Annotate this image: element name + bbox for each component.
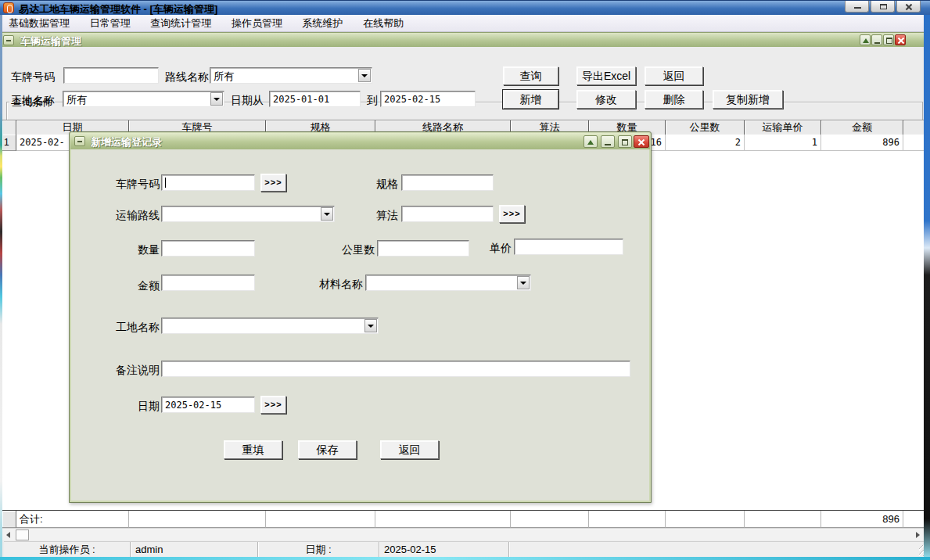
dialog-site-dropdown-button[interactable] xyxy=(364,319,377,332)
dialog-maximize-button[interactable] xyxy=(618,135,632,148)
titlebar[interactable]: 易达工地车辆运输管理软件 - [车辆运输管理] xyxy=(0,0,930,15)
dialog-note-label: 备注说明 xyxy=(89,364,160,378)
dialog-algorithm-input[interactable] xyxy=(401,206,494,222)
dialog-unit-price-input[interactable] xyxy=(514,239,623,255)
delete-button[interactable]: 删除 xyxy=(645,90,703,109)
site-label: 工地名称 xyxy=(11,94,55,108)
dialog-spec-input[interactable] xyxy=(401,174,494,191)
dialog-amount-input[interactable] xyxy=(161,275,255,291)
menubar: 基础数据管理 日常管理 查询统计管理 操作员管理 系统维护 在线帮助 xyxy=(0,15,930,32)
arrow-left-icon xyxy=(6,532,10,538)
minimize-button[interactable] xyxy=(845,1,869,13)
child-close-button[interactable] xyxy=(895,34,906,45)
dialog-quantity-input[interactable] xyxy=(161,240,255,257)
dialog-plate-label: 车牌号码 xyxy=(89,178,160,192)
arrow-right-icon xyxy=(916,532,920,538)
menu-help[interactable]: 在线帮助 xyxy=(354,15,412,31)
date-from-input[interactable] xyxy=(269,91,361,107)
scroll-right-button[interactable] xyxy=(911,529,924,541)
child-window-caption[interactable]: 车辆运输管理 xyxy=(0,32,930,47)
menu-operator[interactable]: 操作员管理 xyxy=(223,15,291,31)
modify-button[interactable]: 修改 xyxy=(576,90,636,109)
minimize-icon xyxy=(605,144,611,145)
child-rollup-button[interactable] xyxy=(860,34,871,45)
search-button[interactable]: 查询 xyxy=(503,66,558,85)
dialog-date-more-button[interactable]: >>> xyxy=(260,396,286,414)
grid-header-unit-price[interactable]: 运输单价 xyxy=(745,120,821,135)
site-value: 所有 xyxy=(66,93,87,107)
dialog-material-label: 材料名称 xyxy=(293,278,363,292)
grid-header-amount[interactable]: 金额 xyxy=(821,120,903,135)
menu-daily[interactable]: 日常管理 xyxy=(81,15,139,31)
cell-amount[interactable]: 896 xyxy=(821,135,903,151)
window-right-border xyxy=(924,15,930,557)
site-dropdown-button[interactable] xyxy=(210,92,223,106)
menu-system[interactable]: 系统维护 xyxy=(294,15,352,31)
dialog-material-dropdown-button[interactable] xyxy=(517,276,530,289)
chevron-down-icon xyxy=(361,74,368,77)
restore-button[interactable] xyxy=(871,1,895,13)
export-excel-button[interactable]: 导出Excel xyxy=(576,66,636,85)
dialog-route-combobox[interactable] xyxy=(161,206,335,222)
dialog-note-input[interactable] xyxy=(161,361,630,377)
row-selector[interactable]: 1 xyxy=(2,135,16,151)
text-caret xyxy=(165,178,166,188)
dialog-minimize-button[interactable] xyxy=(601,135,615,148)
grid-header-kilometers[interactable]: 公里数 xyxy=(666,120,745,135)
app-icon xyxy=(3,2,14,13)
dialog-site-label: 工地名称 xyxy=(89,321,160,335)
total-row: 合计: 896 xyxy=(2,510,924,527)
cell-unit-price[interactable]: 1 xyxy=(745,135,821,151)
child-maximize-button[interactable] xyxy=(883,34,894,45)
main-window: 易达工地车辆运输管理软件 - [车辆运输管理] 基础数据管理 日常管理 查询统计… xyxy=(0,0,930,560)
dialog-route-label: 运输路线 xyxy=(89,209,160,223)
child-system-menu-icon[interactable] xyxy=(3,35,14,45)
close-button[interactable] xyxy=(896,1,921,13)
date-to-label: 到 xyxy=(367,94,378,108)
menu-query-stats[interactable]: 查询统计管理 xyxy=(142,15,220,31)
dialog-rollup-button[interactable] xyxy=(583,135,598,148)
dialog-quantity-label: 数量 xyxy=(89,243,160,257)
dialog-plate-more-button[interactable]: >>> xyxy=(260,174,286,192)
grid-header-filler xyxy=(903,120,924,135)
restore-icon xyxy=(880,4,887,9)
dialog-material-combobox[interactable] xyxy=(365,275,531,291)
new-record-dialog: 新增运输登记录 车牌号码 >>> 规格 运输路线 算法 >>> 数量 公里数 单… xyxy=(69,131,652,503)
total-amount: 896 xyxy=(821,511,903,528)
chevron-down-icon xyxy=(214,98,220,101)
date-from-label: 日期从 xyxy=(231,94,264,108)
dialog-system-menu-icon[interactable] xyxy=(74,136,85,146)
dialog-close-button[interactable] xyxy=(634,135,649,148)
add-button[interactable]: 新增 xyxy=(503,90,558,109)
dialog-back-button[interactable]: 返回 xyxy=(380,440,439,459)
child-minimize-button[interactable] xyxy=(871,34,882,45)
horizontal-scrollbar[interactable] xyxy=(2,528,924,540)
grid-header-selector xyxy=(2,120,16,135)
dialog-site-combobox[interactable] xyxy=(161,318,379,334)
plate-input[interactable] xyxy=(63,67,159,84)
copy-add-button[interactable]: 复制新增 xyxy=(713,90,783,109)
dialog-algorithm-label: 算法 xyxy=(328,209,398,223)
date-to-input[interactable] xyxy=(380,91,476,107)
dialog-kilometers-label: 公里数 xyxy=(304,243,375,257)
dialog-spec-label: 规格 xyxy=(328,178,398,192)
back-button[interactable]: 返回 xyxy=(645,66,703,85)
cell-kilometers[interactable]: 2 xyxy=(666,135,745,151)
route-combobox[interactable]: 所有 xyxy=(210,67,372,84)
status-date-label: 日期 : xyxy=(258,542,379,558)
window-left-border xyxy=(0,15,2,557)
dialog-reset-button[interactable]: 重填 xyxy=(224,440,282,459)
chevron-down-icon xyxy=(520,282,526,285)
dialog-save-button[interactable]: 保存 xyxy=(298,440,357,459)
scrollbar-thumb[interactable] xyxy=(16,529,29,540)
menu-basic-data[interactable]: 基础数据管理 xyxy=(0,15,78,31)
plate-label: 车牌号码 xyxy=(11,70,55,84)
dialog-algorithm-more-button[interactable]: >>> xyxy=(499,205,525,223)
dialog-unit-price-label: 单价 xyxy=(441,242,512,256)
scroll-left-button[interactable] xyxy=(2,529,15,541)
dialog-plate-input[interactable] xyxy=(161,174,255,191)
dialog-caption[interactable]: 新增运输登记录 xyxy=(70,133,650,149)
dialog-date-input[interactable] xyxy=(161,397,255,413)
route-dropdown-button[interactable] xyxy=(358,69,371,82)
site-combobox[interactable]: 所有 xyxy=(63,91,224,107)
